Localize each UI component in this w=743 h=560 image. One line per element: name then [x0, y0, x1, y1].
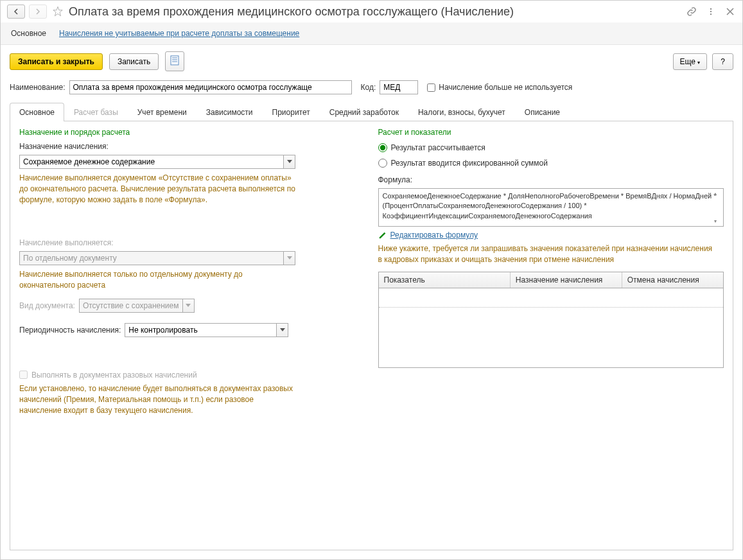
doc-label: Вид документа: — [19, 301, 75, 310]
radio-calculated[interactable]: Результат рассчитывается — [378, 142, 724, 153]
chevron-down-icon[interactable] — [276, 324, 288, 337]
report-button[interactable] — [165, 51, 184, 71]
window: Оплата за время прохождения медицинского… — [0, 0, 743, 560]
notused-label: Начисление больше не используется — [439, 83, 572, 92]
formula-text: СохраняемоеДенежноеСодержание * ДоляНепо… — [383, 192, 717, 220]
purpose-note: Начисление выполняется документом «Отсут… — [19, 173, 295, 205]
formula-scroll[interactable]: ▴▾ — [714, 190, 722, 225]
chevron-down-icon[interactable] — [283, 155, 295, 168]
tabs: Основное Расчет базы Учет времени Зависи… — [10, 102, 733, 121]
exec-label: Начисление выполняется: — [19, 238, 365, 247]
radio-fixed-input[interactable] — [378, 159, 387, 168]
indicators-hint: Ниже укажите, требуется ли запрашивать з… — [378, 243, 719, 265]
formula-box[interactable]: СохраняемоеДенежноеСодержание * ДоляНепо… — [378, 188, 724, 227]
svg-point-2 — [710, 13, 712, 15]
period-dropdown[interactable] — [125, 323, 288, 337]
onetime-label: Выполнять в документах разовых начислени… — [31, 371, 197, 380]
nav-main[interactable]: Основное — [10, 26, 48, 40]
formula-label: Формула: — [378, 175, 724, 184]
close-icon[interactable] — [724, 6, 736, 17]
pencil-icon — [378, 231, 387, 240]
onetime-note: Если установлено, то начисление будет вы… — [19, 383, 295, 416]
doc-input — [80, 299, 182, 312]
tab-time[interactable]: Учет времени — [128, 103, 197, 121]
section-calc-title: Расчет и показатели — [378, 128, 724, 137]
name-input[interactable] — [69, 80, 352, 94]
period-input[interactable] — [125, 324, 276, 337]
indicators-body[interactable] — [379, 288, 724, 308]
titlebar: Оплата за время прохождения медицинского… — [1, 1, 742, 22]
toolbar: Записать и закрыть Записать Еще ▾ ? — [1, 45, 742, 78]
navbar: Основное Начисления не учитываемые при р… — [1, 22, 742, 45]
radio-calculated-input[interactable] — [378, 143, 387, 152]
right-column: Расчет и показатели Результат рассчитыва… — [378, 128, 724, 543]
th-indicator: Показатель — [379, 272, 511, 288]
svg-point-0 — [710, 8, 712, 10]
purpose-dropdown[interactable] — [19, 155, 295, 169]
more-button[interactable]: Еще ▾ — [673, 53, 708, 70]
help-button[interactable]: ? — [712, 53, 733, 70]
window-title: Оплата за время прохождения медицинского… — [69, 5, 682, 19]
menu-icon[interactable] — [705, 6, 717, 17]
onetime-checkbox — [19, 371, 28, 379]
name-label: Наименование: — [10, 83, 66, 92]
favorite-icon[interactable] — [51, 4, 65, 19]
tab-base[interactable]: Расчет базы — [64, 103, 128, 121]
exec-input — [20, 252, 283, 265]
svg-rect-3 — [171, 56, 179, 65]
forward-button[interactable] — [29, 4, 47, 19]
tab-average[interactable]: Средний заработок — [320, 103, 408, 121]
purpose-label: Назначение начисления: — [19, 142, 365, 151]
doc-dropdown — [79, 299, 195, 313]
period-label: Периодичность начисления: — [19, 326, 121, 335]
save-close-button[interactable]: Записать и закрыть — [10, 53, 103, 70]
tab-priority[interactable]: Приоритет — [263, 103, 320, 121]
tab-tax[interactable]: Налоги, взносы, бухучет — [408, 103, 515, 121]
indicators-header: Показатель Назначение начисления Отмена … — [379, 272, 724, 288]
back-button[interactable] — [7, 4, 25, 19]
notused-checkbox[interactable] — [427, 83, 435, 92]
tab-desc[interactable]: Описание — [515, 103, 570, 121]
svg-point-1 — [710, 11, 712, 12]
left-column: Назначение и порядок расчета Назначение … — [19, 128, 365, 543]
tab-deps[interactable]: Зависимости — [197, 103, 263, 121]
chevron-down-icon — [283, 252, 295, 265]
content: Назначение и порядок расчета Назначение … — [10, 121, 733, 550]
chevron-down-icon — [182, 299, 194, 312]
section-purpose-title: Назначение и порядок расчета — [19, 128, 365, 137]
header-form: Наименование: Код: Начисление больше не … — [1, 78, 742, 102]
exec-dropdown — [19, 251, 295, 265]
code-input[interactable] — [380, 80, 418, 94]
nav-link[interactable]: Начисления не учитываемые при расчете до… — [58, 26, 301, 40]
code-label: Код: — [361, 83, 376, 92]
indicators-table: Показатель Назначение начисления Отмена … — [378, 272, 724, 368]
tab-main[interactable]: Основное — [10, 103, 64, 121]
link-icon[interactable] — [686, 6, 697, 17]
th-cancel: Отмена начисления — [622, 272, 723, 288]
purpose-input[interactable] — [20, 155, 283, 168]
exec-note: Начисление выполняется только по отдельн… — [19, 269, 295, 291]
edit-formula-link[interactable]: Редактировать формулу — [378, 231, 724, 240]
th-assign: Назначение начисления — [511, 272, 622, 288]
save-button[interactable]: Записать — [109, 53, 159, 70]
radio-fixed[interactable]: Результат вводится фиксированной суммой — [378, 157, 724, 169]
